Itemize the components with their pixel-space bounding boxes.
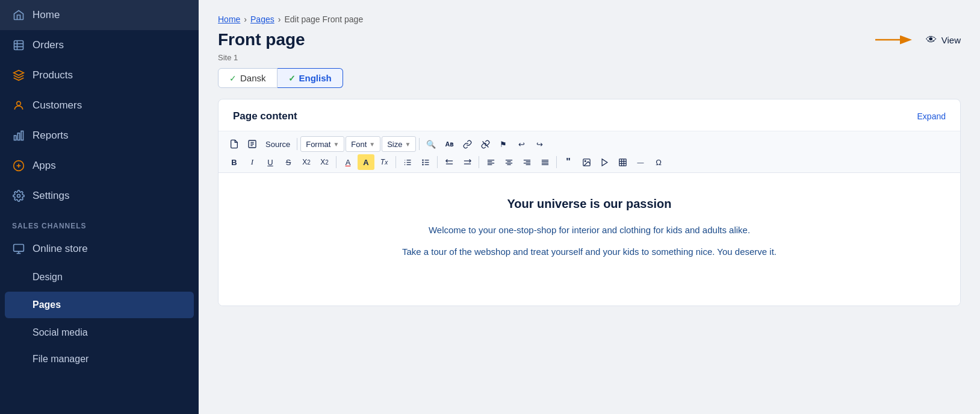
sidebar-item-settings-label: Settings	[33, 190, 69, 202]
page-title: Front page	[218, 30, 305, 49]
svg-rect-8	[21, 131, 23, 140]
toolbar-source-label-btn[interactable]: Source	[262, 136, 294, 152]
toolbar-search-btn[interactable]: 🔍	[423, 136, 439, 152]
products-icon	[12, 69, 25, 82]
svg-rect-13	[14, 245, 24, 252]
orders-icon	[12, 39, 25, 52]
sidebar-item-customers-label: Customers	[33, 99, 82, 111]
toolbar-unlink-btn[interactable]	[477, 136, 494, 152]
toolbar-sep-2	[419, 138, 420, 150]
breadcrumb-home[interactable]: Home	[218, 14, 240, 24]
svg-point-5	[17, 101, 21, 105]
lang-tab-dansk[interactable]: ✓ Dansk	[218, 68, 278, 88]
toolbar-hr-btn[interactable]: —	[632, 154, 649, 170]
card-header: Page content Expand	[219, 99, 960, 131]
toolbar-video-btn[interactable]	[596, 154, 613, 170]
expand-link[interactable]: Expand	[917, 111, 946, 121]
toolbar-size-select[interactable]: Size ▼	[382, 136, 416, 152]
apps-icon	[12, 159, 25, 172]
toolbar-undo-btn[interactable]: ↩	[513, 136, 530, 152]
sidebar-sub-item-design[interactable]: Design	[0, 264, 199, 290]
svg-point-25	[422, 160, 423, 160]
toolbar-sep-5	[437, 156, 438, 168]
toolbar-align-left-btn[interactable]	[482, 154, 499, 170]
svg-line-18	[482, 141, 488, 147]
editor-content[interactable]: Your universe is our passion Welcome to …	[219, 173, 960, 306]
view-button[interactable]: 👁 View	[873, 31, 961, 48]
sidebar-item-orders-label: Orders	[33, 39, 64, 51]
toolbar-underline-btn[interactable]: U	[262, 154, 279, 170]
site-label: Site 1	[218, 53, 961, 62]
toolbar-indent-btn[interactable]	[459, 154, 476, 170]
sidebar-item-products[interactable]: Products	[0, 60, 199, 90]
toolbar-image-btn[interactable]	[578, 154, 595, 170]
sidebar-item-online-store[interactable]: Online store	[0, 234, 199, 264]
sidebar-item-products-label: Products	[33, 69, 73, 81]
sidebar-sub-item-social-media[interactable]: Social media	[0, 319, 199, 346]
svg-rect-0	[14, 41, 23, 50]
sidebar-item-reports[interactable]: Reports	[0, 121, 199, 151]
toolbar-spellcheck-btn[interactable]: Aʙ	[441, 136, 457, 152]
toolbar-strike-btn[interactable]: S	[280, 154, 297, 170]
svg-point-49	[585, 160, 586, 162]
toolbar-sep-6	[479, 156, 479, 168]
svg-marker-50	[602, 158, 607, 165]
sidebar-item-orders[interactable]: Orders	[0, 30, 199, 60]
customers-icon	[12, 99, 25, 112]
toolbar-unordered-list-btn[interactable]	[417, 154, 434, 170]
sidebar-item-home-label: Home	[33, 9, 60, 21]
toolbar-clear-format-btn[interactable]: Tx	[376, 154, 392, 170]
toolbar-outdent-btn[interactable]	[441, 154, 457, 170]
toolbar-subscript-btn[interactable]: X2	[298, 154, 315, 170]
toolbar-blockquote-btn[interactable]: "	[560, 154, 577, 170]
editor-para-2: Take a tour of the webshop and treat you…	[267, 245, 912, 259]
view-label[interactable]: View	[941, 35, 961, 45]
toolbar-superscript-btn[interactable]: X2	[316, 154, 333, 170]
toolbar-size-label: Size	[387, 140, 402, 149]
toolbar-sep-4	[395, 156, 396, 168]
toolbar-bold-btn[interactable]: B	[226, 154, 243, 170]
toolbar-redo-btn[interactable]: ↪	[531, 136, 548, 152]
toolbar-align-justify-btn[interactable]	[536, 154, 553, 170]
toolbar-flag-btn[interactable]: ⚑	[495, 136, 512, 152]
editor-para-1: Welcome to your one-stop-shop for interi…	[267, 223, 912, 237]
toolbar-align-center-btn[interactable]	[500, 154, 517, 170]
content-card: Page content Expand Source Format ▼	[218, 99, 961, 306]
editor-toolbar: Source Format ▼ Font ▼ Size ▼	[219, 131, 960, 173]
sidebar-item-settings[interactable]: Settings	[0, 181, 199, 211]
toolbar-bg-color-btn[interactable]: A	[358, 154, 374, 170]
toolbar-ordered-list-btn[interactable]	[399, 154, 416, 170]
sidebar-sub-item-file-manager[interactable]: File manager	[0, 346, 199, 372]
settings-icon	[12, 189, 25, 202]
breadcrumb-sep1: ›	[244, 14, 247, 24]
svg-point-26	[422, 162, 423, 162]
lang-tab-english[interactable]: ✓ English	[278, 68, 343, 88]
sidebar-sub-item-pages[interactable]: Pages	[5, 292, 194, 318]
breadcrumb-pages[interactable]: Pages	[250, 14, 274, 24]
toolbar-font-label: Font	[351, 140, 367, 149]
toolbar-page-btn[interactable]	[226, 136, 243, 152]
toolbar-special-char-btn[interactable]: Ω	[650, 154, 667, 170]
toolbar-link-btn[interactable]	[459, 136, 476, 152]
sidebar-item-customers[interactable]: Customers	[0, 90, 199, 121]
toolbar-format-select[interactable]: Format ▼	[300, 136, 344, 152]
sidebar-item-home[interactable]: Home	[0, 0, 199, 30]
toolbar-italic-btn[interactable]: I	[244, 154, 261, 170]
reports-icon	[12, 129, 25, 142]
toolbar-source-icon-btn[interactable]	[244, 136, 261, 152]
toolbar-font-color-btn[interactable]: A	[340, 154, 356, 170]
size-arrow-icon: ▼	[405, 141, 411, 148]
breadcrumb: Home › Pages › Edit page Front page	[218, 14, 961, 24]
toolbar-align-right-btn[interactable]	[518, 154, 535, 170]
sidebar-item-apps[interactable]: Apps	[0, 151, 199, 181]
breadcrumb-sep2: ›	[278, 14, 281, 24]
toolbar-sep-3	[336, 156, 336, 168]
home-icon	[12, 8, 25, 22]
breadcrumb-current: Edit page Front page	[284, 14, 363, 24]
toolbar-table-btn[interactable]	[614, 154, 631, 170]
sidebar-item-reports-label: Reports	[33, 130, 69, 142]
language-tabs: ✓ Dansk ✓ English	[218, 68, 961, 88]
font-arrow-icon: ▼	[369, 141, 375, 148]
toolbar-font-select[interactable]: Font ▼	[346, 136, 380, 152]
eye-icon: 👁	[926, 34, 937, 46]
